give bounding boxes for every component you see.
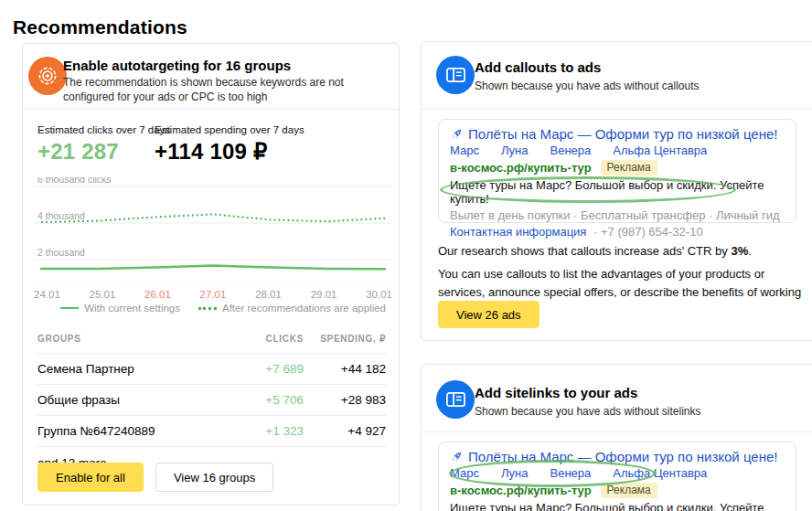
table-row: Группа №647240889 +1 323 +4 927 — [37, 415, 386, 446]
contact-phone: · +7 (987) 654-32-10 — [593, 225, 703, 239]
autotargeting-card-header: Enable autotargeting for 16 groups The r… — [23, 44, 399, 110]
ad-sitelinks-row: Марс Луна Венера Альфа Центавра — [450, 144, 785, 157]
chart-x-label: 28.01 — [255, 289, 282, 300]
estimated-clicks-stat: Estimated clicks over 7 days +21 287 — [37, 124, 170, 165]
ad-description: Ищете туры на Марс? Большой выбор и скид… — [450, 178, 785, 206]
sitelinks-card: Add sitelinks to your ads Shown because … — [421, 364, 812, 511]
sitelinks-card-title: Add sitelinks to your ads — [475, 385, 637, 400]
chart-x-label: 24.01 — [34, 289, 60, 300]
spending-value: +4 927 — [304, 424, 386, 438]
ad-display-url[interactable]: в-космос.рф/купить-тур — [450, 161, 592, 175]
rocket-icon — [450, 451, 463, 463]
ad-sitelink[interactable]: Луна — [501, 144, 529, 157]
clicks-value: +7 689 — [219, 362, 304, 376]
ad-title[interactable]: Полёты на Марс — Оформи тур по низкой це… — [468, 449, 777, 464]
spending-value: +44 182 — [304, 362, 386, 376]
estimated-spending-label: Estimated spending over 7 days — [155, 124, 304, 135]
contact-info-link[interactable]: Контактная информация — [450, 225, 586, 239]
estimated-spending-stat: Estimated spending over 7 days +114 109 … — [155, 124, 304, 165]
group-name: Группа №647240889 — [37, 424, 219, 438]
sitelinks-card-subtitle: Shown because you have ads without sitel… — [475, 405, 700, 420]
ad-title[interactable]: Полёты на Марс — Оформи тур по низкой це… — [468, 126, 777, 142]
y-axis-label-2k: 2 thousand — [37, 247, 85, 258]
current-settings-line — [41, 265, 385, 269]
ad-sitelink[interactable]: Альфа Центавра — [613, 466, 707, 480]
ad-sitelink[interactable]: Альфа Центавра — [613, 144, 707, 157]
ad-contact-row: Контактная информация · +7 (987) 654-32-… — [450, 225, 785, 239]
estimated-clicks-label: Estimated clicks over 7 days — [37, 124, 170, 135]
autotargeting-description: The recommendation is shown because keyw… — [63, 76, 390, 104]
after-recommendations-line — [41, 214, 385, 222]
spending-value: +28 983 — [304, 393, 386, 407]
ad-description: Ищете туры на Марс? Большой выбор и скид… — [450, 501, 785, 511]
chart-x-label: 30.01 — [366, 289, 392, 300]
callouts-card-subtitle: Shown because you have ads without callo… — [475, 80, 700, 94]
autotargeting-target-icon — [28, 57, 67, 95]
ad-card-icon — [436, 56, 475, 94]
autotargeting-title: Enable autotargeting for 16 groups — [63, 58, 291, 73]
y-axis-label-4k: 4 thousand — [37, 210, 85, 221]
ad-title-row: Полёты на Марс — Оформи тур по низкой це… — [450, 126, 785, 142]
ad-card-icon — [436, 380, 475, 419]
ad-badge: Реклама — [601, 160, 657, 176]
callouts-card-header: Add callouts to ads Shown because you ha… — [422, 42, 812, 110]
group-name: Общие фразы — [37, 393, 219, 407]
ctr-percent: 3% — [731, 244, 748, 258]
page-title: Recommendations — [13, 16, 187, 38]
estimated-spending-value: +114 109 ₽ — [155, 139, 304, 165]
ad-url-row: в-космос.рф/купить-тур Реклама — [450, 483, 785, 498]
sitelinks-card-header: Add sitelinks to your ads Shown because … — [422, 365, 812, 432]
rocket-icon — [450, 128, 463, 141]
spending-column-header: SPENDING, ₽ — [304, 334, 386, 344]
ad-badge: Реклама — [601, 483, 657, 498]
clicks-column-header: CLICKS — [219, 334, 304, 344]
ad-sitelink[interactable]: Марс — [450, 466, 479, 480]
chart-x-label: 25.01 — [90, 289, 116, 300]
chart-legend: With current settings After recommendati… — [23, 303, 399, 314]
groups-table: GROUPS CLICKS SPENDING, ₽ Семена Партнер… — [37, 325, 386, 470]
ad-sitelinks-row: Марс Луна Венера Альфа Центавра — [450, 466, 785, 480]
groups-table-header: GROUPS CLICKS SPENDING, ₽ — [37, 325, 386, 353]
enable-for-all-button[interactable]: Enable for all — [37, 463, 144, 492]
view-ads-button[interactable]: View 26 ads — [438, 301, 540, 328]
ad-preview: Полёты на Марс — Оформи тур по низкой це… — [438, 442, 796, 511]
legend-after-recommendations: After recommendations are applied — [198, 303, 386, 314]
ad-preview: Полёты на Марс — Оформи тур по низкой це… — [438, 119, 796, 223]
y-axis-label-6k: 6 thousand clicks — [37, 177, 112, 185]
ad-sitelink[interactable]: Венера — [550, 466, 592, 480]
group-name: Семена Партнер — [37, 362, 219, 376]
clicks-forecast-chart: 6 thousand clicks 4 thousand 2 thousand — [34, 177, 392, 285]
ad-sitelink[interactable]: Марс — [450, 144, 479, 157]
dotted-line-swatch — [198, 307, 217, 310]
chart-x-axis: 24.01 25.01 26.01 27.01 28.01 29.01 30.0… — [34, 289, 392, 300]
groups-column-header: GROUPS — [37, 334, 219, 344]
ad-url-row: в-космос.рф/купить-тур Реклама — [450, 160, 785, 176]
autotargeting-card: Enable autotargeting for 16 groups The r… — [22, 43, 400, 506]
clicks-value: +5 706 — [219, 393, 304, 407]
ad-title-row: Полёты на Марс — Оформи тур по низкой це… — [450, 449, 785, 464]
view-groups-button[interactable]: View 16 groups — [155, 463, 273, 492]
callouts-card-title: Add callouts to ads — [475, 59, 601, 75]
ad-display-url[interactable]: в-космос.рф/купить-тур — [450, 484, 592, 497]
chart-x-label: 29.01 — [311, 289, 337, 300]
chart-x-label: 26.01 — [144, 289, 171, 300]
callouts-card: Add callouts to ads Shown because you ha… — [421, 41, 812, 341]
table-row: Общие фразы +5 706 +28 983 — [37, 384, 386, 415]
legend-after-recommendations-label: After recommendations are applied — [222, 303, 386, 314]
estimated-clicks-value: +21 287 — [37, 139, 170, 165]
legend-current-settings-label: With current settings — [84, 303, 180, 314]
chart-x-label: 27.01 — [200, 289, 227, 300]
legend-current-settings: With current settings — [60, 303, 180, 314]
table-row: Семена Партнер +7 689 +44 182 — [37, 353, 386, 384]
clicks-value: +1 323 — [219, 424, 304, 438]
ad-callouts: Вылет в день покупки · Бесплатный трансф… — [450, 208, 785, 222]
ad-sitelink[interactable]: Венера — [550, 144, 592, 157]
solid-line-swatch — [60, 307, 79, 309]
ad-sitelink[interactable]: Луна — [501, 466, 529, 480]
research-note: Our research shows that callouts increas… — [438, 242, 807, 261]
